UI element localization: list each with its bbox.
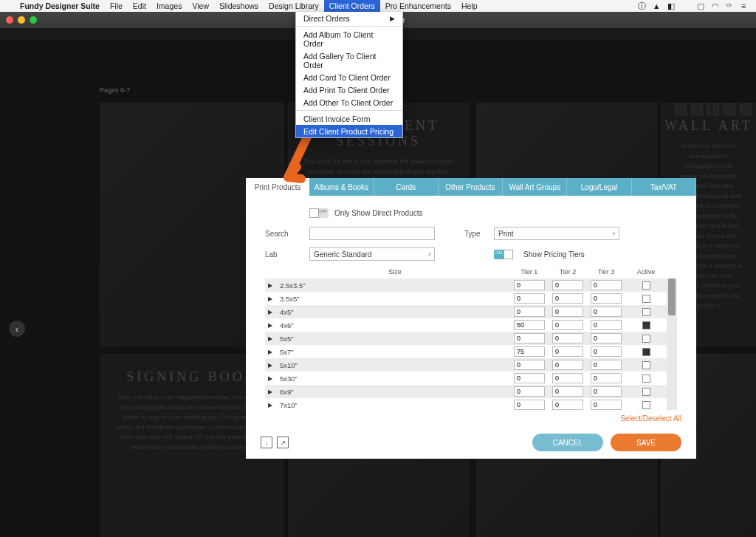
active-checkbox[interactable] [625, 321, 667, 329]
active-checkbox[interactable] [625, 295, 667, 303]
menu-design-library[interactable]: Design Library [264, 0, 324, 12]
tier1-input[interactable] [510, 307, 549, 317]
tier1-input[interactable] [510, 386, 549, 397]
active-checkbox[interactable] [625, 361, 667, 369]
tier2-input[interactable] [549, 307, 587, 317]
expand-icon[interactable]: ▶ [265, 295, 275, 302]
tab-other-products[interactable]: Other Products [439, 178, 503, 196]
fullscreen-window-button[interactable] [30, 16, 37, 24]
tier2-input[interactable] [549, 400, 587, 410]
notifications-icon[interactable]: ≡ [741, 1, 750, 10]
show-tiers-toggle[interactable] [494, 250, 513, 259]
app-name[interactable]: Fundy Designer Suite [15, 1, 105, 10]
menu-view[interactable]: View [187, 0, 214, 12]
tier3-input[interactable] [587, 360, 625, 370]
tier3-input[interactable] [587, 320, 625, 330]
tier1-input[interactable] [510, 333, 549, 343]
scrollbar-thumb[interactable] [668, 278, 676, 315]
tier1-input[interactable] [510, 373, 549, 383]
menu-edit[interactable]: Edit [128, 0, 151, 12]
grid-scrollbar[interactable] [667, 278, 677, 410]
tier3-input[interactable] [587, 333, 625, 343]
expand-icon[interactable]: ▶ [265, 362, 275, 369]
tier1-input[interactable] [510, 346, 549, 357]
sync-icon[interactable]: ◧ [667, 1, 676, 10]
tab-cards[interactable]: Cards [374, 178, 439, 196]
search-input[interactable] [309, 227, 435, 240]
client-orders-dropdown[interactable]: Direct Orders▶ Add Album To Client Order… [295, 12, 403, 138]
tier2-input[interactable] [549, 346, 587, 357]
tier1-input[interactable] [510, 360, 549, 370]
tier3-input[interactable] [587, 386, 625, 397]
tier1-input[interactable] [510, 320, 549, 330]
tier2-input[interactable] [549, 386, 587, 397]
tab-logo-legal[interactable]: Logo/Legal [567, 178, 631, 196]
dd-add-other[interactable]: Add Other To Client Order [296, 96, 402, 109]
menu-client-orders[interactable]: Client Orders [324, 0, 380, 12]
dd-add-album[interactable]: Add Album To Client Order [296, 28, 402, 49]
active-checkbox[interactable] [625, 401, 667, 409]
active-checkbox[interactable] [625, 348, 667, 356]
tier2-input[interactable] [549, 280, 587, 290]
expand-icon[interactable]: ▶ [265, 375, 275, 382]
tier3-input[interactable] [587, 346, 625, 357]
dd-direct-orders[interactable]: Direct Orders▶ [296, 12, 402, 24]
active-checkbox[interactable] [625, 335, 667, 343]
tier2-input[interactable] [549, 373, 587, 383]
active-checkbox[interactable] [625, 281, 667, 290]
warning-icon[interactable]: ▲ [653, 1, 662, 10]
dd-add-print[interactable]: Add Print To Client Order [296, 83, 402, 96]
dd-add-gallery[interactable]: Add Gallery To Client Order [296, 49, 402, 71]
expand-icon[interactable]: ▶ [265, 322, 275, 329]
expand-icon[interactable]: ▶ [265, 309, 275, 315]
tier3-input[interactable] [587, 280, 625, 290]
menu-file[interactable]: File [105, 0, 128, 12]
select-deselect-all-link[interactable]: Select/Deselect All [246, 410, 696, 423]
prev-page-button[interactable]: ‹ [9, 321, 25, 337]
dd-client-invoice[interactable]: Client Invoice Form [296, 112, 402, 125]
mac-menubar[interactable]: Fundy Designer Suite File Edit Images Vi… [0, 0, 756, 12]
only-direct-toggle[interactable] [309, 208, 329, 218]
tier2-input[interactable] [549, 333, 587, 343]
info-icon[interactable]: ⓘ [638, 1, 647, 10]
expand-icon[interactable]: ▶ [265, 282, 275, 289]
minimize-window-button[interactable] [18, 16, 25, 24]
tier3-input[interactable] [587, 307, 625, 317]
tier2-input[interactable] [549, 360, 587, 370]
save-button[interactable]: SAVE [611, 434, 681, 451]
expand-icon[interactable]: ▶ [265, 402, 275, 408]
menu-slideshows[interactable]: Slideshows [214, 0, 264, 12]
volume-icon[interactable]: ◠ [712, 1, 721, 10]
export-icon[interactable]: ↗ [277, 437, 289, 448]
window-controls[interactable] [0, 16, 37, 24]
tier1-input[interactable] [510, 293, 549, 304]
tier1-input[interactable] [510, 280, 549, 290]
tier2-input[interactable] [549, 320, 587, 330]
expand-icon[interactable]: ▶ [265, 335, 275, 342]
import-icon[interactable]: ↓ [261, 437, 272, 448]
close-window-button[interactable] [6, 16, 13, 24]
tab-wall-art-groups[interactable]: Wall Art Groups [503, 178, 567, 196]
menu-pro-enhancements[interactable]: Pro Enhancements [380, 0, 456, 12]
lab-select[interactable]: Generic Standard› [309, 247, 435, 261]
menu-help[interactable]: Help [456, 0, 483, 12]
display-icon[interactable]: ▢ [697, 1, 706, 10]
active-checkbox[interactable] [625, 308, 667, 316]
cancel-button[interactable]: CANCEL [532, 434, 603, 451]
tier1-input[interactable] [510, 400, 549, 410]
expand-icon[interactable]: ▶ [265, 389, 275, 395]
tab-tax-vat[interactable]: Tax/VAT [632, 178, 696, 196]
expand-icon[interactable]: ▶ [265, 349, 275, 355]
active-checkbox[interactable] [625, 388, 667, 396]
tier3-input[interactable] [587, 373, 625, 383]
tier2-input[interactable] [549, 293, 587, 304]
tier3-input[interactable] [587, 400, 625, 410]
wifi-icon[interactable]: ⌔ [726, 1, 735, 10]
tier3-input[interactable] [587, 293, 625, 304]
dd-add-card[interactable]: Add Card To Client Order [296, 71, 402, 83]
dd-edit-client-product-pricing[interactable]: Edit Client Product Pricing [296, 125, 402, 137]
menu-images[interactable]: Images [151, 0, 187, 12]
tab-print-products[interactable]: Print Products [246, 178, 309, 196]
type-select[interactable]: Print› [494, 227, 619, 240]
active-checkbox[interactable] [625, 374, 667, 383]
